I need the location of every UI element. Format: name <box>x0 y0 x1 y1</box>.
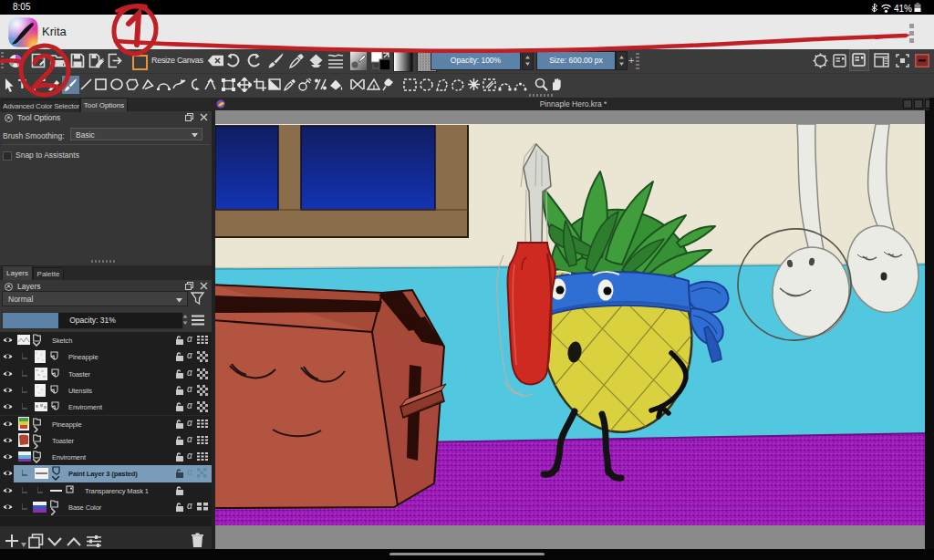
svg-text:41%: 41% <box>894 4 912 14</box>
